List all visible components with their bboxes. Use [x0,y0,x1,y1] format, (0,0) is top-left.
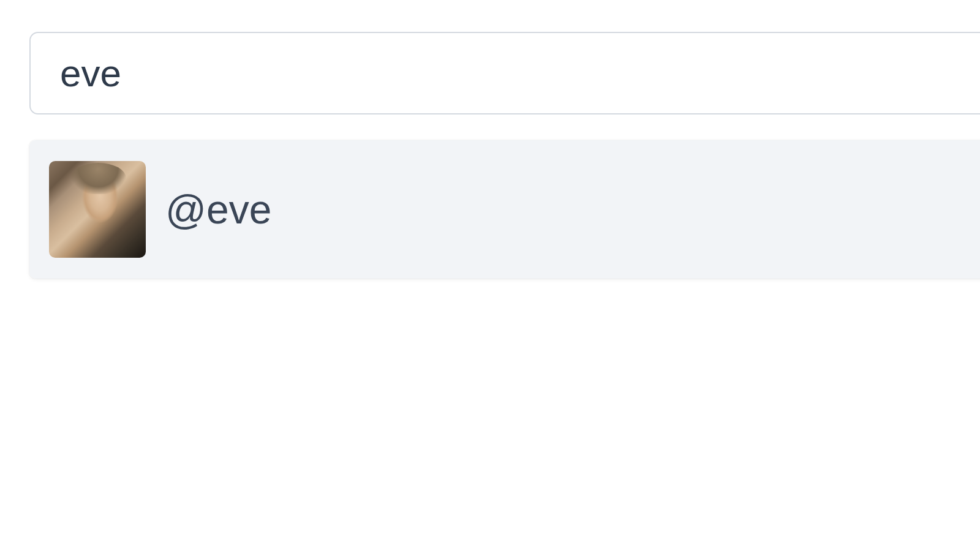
search-container: @eve [0,0,980,279]
avatar [49,161,146,258]
user-handle: @eve [165,186,271,233]
search-box[interactable] [29,32,980,114]
search-result-item[interactable]: @eve [29,140,980,279]
search-results-dropdown: @eve [29,140,980,279]
search-input[interactable] [60,51,979,95]
